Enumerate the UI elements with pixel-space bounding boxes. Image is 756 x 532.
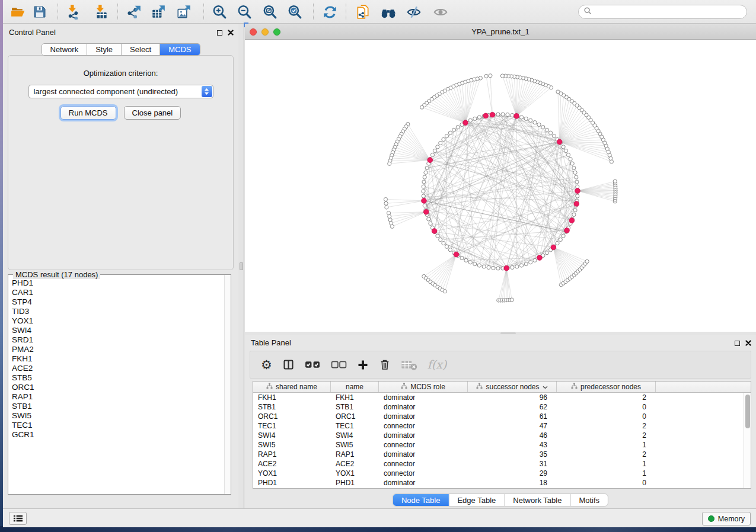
dominator-node[interactable] [504, 265, 509, 271]
zoom-selected-icon[interactable] [287, 4, 302, 20]
dominator-node[interactable] [423, 209, 429, 214]
select-all-icon[interactable] [305, 360, 321, 370]
column-header-MCDS-role[interactable]: MCDS role [379, 382, 468, 392]
table-row[interactable]: STB1STB1dominator620 [253, 402, 751, 412]
import-table-icon[interactable] [94, 4, 109, 20]
clone-network-icon[interactable] [355, 4, 371, 20]
network-window-titlebar[interactable]: YPA_prune.txt_1 [245, 24, 756, 40]
mcds-result-item[interactable]: ORC1 [12, 383, 224, 392]
mcds-result-item[interactable]: YOX1 [12, 316, 224, 326]
add-column-icon[interactable] [357, 359, 369, 371]
mcds-result-item[interactable]: PHD1 [12, 278, 224, 288]
search-box[interactable] [578, 5, 747, 19]
dominator-node[interactable] [432, 229, 437, 234]
memory-button[interactable]: Memory [702, 512, 751, 525]
mcds-result-item[interactable]: TID3 [12, 307, 224, 316]
column-header-shared-name[interactable]: shared name [253, 382, 331, 392]
tab-mcds[interactable]: MCDS [160, 44, 199, 55]
mcds-result-item[interactable]: SWI4 [12, 326, 224, 335]
dominator-node[interactable] [564, 228, 570, 233]
dominator-node[interactable] [422, 198, 427, 204]
mcds-result-list[interactable]: PHD1CAR1STP4TID3YOX1SWI4SRD1PMA2FKH1ACE2… [9, 278, 224, 493]
first-neighbors-icon[interactable] [381, 4, 396, 20]
dominator-node[interactable] [569, 218, 575, 223]
dominator-node[interactable] [454, 252, 459, 257]
hide-selected-icon[interactable] [406, 4, 422, 20]
mcds-result-item[interactable]: SRD1 [12, 335, 224, 345]
show-all-icon[interactable] [433, 4, 448, 20]
mcds-result-item[interactable]: ACE2 [12, 364, 224, 373]
mcds-result-item[interactable]: STB1 [12, 402, 224, 411]
dominator-node[interactable] [463, 120, 468, 126]
column-header-name[interactable]: name [331, 382, 379, 392]
zoom-out-icon[interactable] [237, 4, 252, 20]
splitter-grip[interactable] [240, 262, 243, 270]
deselect-all-icon[interactable] [331, 360, 347, 370]
export-network-icon[interactable] [126, 4, 142, 20]
table-scrollbar[interactable] [744, 393, 751, 488]
mcds-result-scrollbar[interactable] [224, 275, 231, 494]
table-row[interactable]: RAP1RAP1dominator352 [253, 450, 751, 459]
zoom-in-icon[interactable] [212, 4, 227, 20]
dominator-node[interactable] [514, 114, 519, 119]
mcds-result-item[interactable]: TEC1 [12, 421, 224, 430]
tab-style[interactable]: Style [87, 44, 122, 55]
table-row[interactable]: FKH1FKH1dominator962 [253, 393, 751, 402]
show-columns-icon[interactable] [282, 358, 295, 371]
search-input[interactable] [595, 7, 747, 17]
mcds-result-item[interactable]: STB5 [12, 373, 224, 383]
close-panel-icon[interactable] [745, 339, 751, 348]
dominator-node[interactable] [428, 158, 433, 163]
dominator-node[interactable] [551, 245, 556, 250]
table-options-icon[interactable]: ⚙ [261, 358, 272, 371]
run-mcds-button[interactable]: Run MCDS [60, 106, 116, 120]
mcds-result-item[interactable]: PMA2 [12, 345, 224, 354]
show-panels-button[interactable] [9, 512, 27, 525]
mcds-result-item[interactable]: FKH1 [12, 354, 224, 364]
table-row[interactable]: YOX1YOX1connector291 [253, 469, 751, 478]
mcds-result-item[interactable]: GCR1 [12, 430, 224, 440]
table-row[interactable]: ORC1ORC1dominator610 [253, 412, 751, 421]
export-image-icon[interactable] [176, 4, 192, 20]
apply-layout-icon[interactable] [322, 4, 337, 20]
delete-column-icon[interactable] [379, 358, 391, 371]
save-session-icon[interactable] [32, 4, 47, 20]
tab-edge-table[interactable]: Edge Table [449, 494, 505, 506]
export-table-icon[interactable] [151, 4, 166, 20]
dominator-node[interactable] [490, 112, 495, 117]
import-network-icon[interactable] [66, 4, 81, 20]
network-canvas[interactable] [245, 40, 756, 332]
zoom-fit-icon[interactable] [262, 4, 277, 20]
network-graph[interactable] [245, 40, 756, 332]
tab-network-table[interactable]: Network Table [505, 494, 570, 506]
splitter-grip[interactable] [500, 332, 516, 334]
column-header-successor-nodes[interactable]: successor nodes [468, 382, 557, 392]
tab-motifs[interactable]: Motifs [570, 494, 608, 506]
tab-select[interactable]: Select [122, 44, 160, 55]
table-row[interactable]: PHD1PHD1dominator180 [253, 478, 751, 488]
scrollbar-thumb[interactable] [745, 395, 750, 428]
mcds-result-item[interactable]: STP4 [12, 297, 224, 307]
close-panel-icon[interactable] [228, 28, 234, 37]
dominator-node[interactable] [574, 201, 579, 207]
mcds-result-item[interactable]: CAR1 [12, 288, 224, 297]
table-row[interactable]: SWI4SWI4dominator462 [253, 431, 751, 440]
table-row[interactable]: ACE2ACE2connector311 [253, 459, 751, 469]
dominator-node[interactable] [557, 139, 562, 145]
column-header-predecessor-nodes[interactable]: predecessor nodes [557, 382, 656, 392]
optimization-criterion-select[interactable]: largest connected component (undirected) [28, 85, 213, 98]
dominator-node[interactable] [575, 188, 580, 194]
float-panel-icon[interactable] [735, 341, 740, 346]
close-panel-button[interactable]: Close panel [124, 106, 181, 120]
tab-network[interactable]: Network [42, 44, 87, 55]
table-row[interactable]: SWI5SWI5connector431 [253, 440, 751, 450]
dominator-node[interactable] [537, 255, 543, 261]
tab-node-table[interactable]: Node Table [393, 494, 449, 506]
mcds-result-item[interactable]: SWI5 [12, 411, 224, 421]
vertical-splitter[interactable] [238, 24, 244, 508]
mcds-result-item[interactable]: RAP1 [12, 392, 224, 402]
dominator-node[interactable] [483, 113, 489, 118]
open-session-icon[interactable] [10, 4, 25, 20]
table-row[interactable]: TEC1TEC1connector472 [253, 421, 751, 431]
float-panel-icon[interactable] [217, 30, 222, 36]
